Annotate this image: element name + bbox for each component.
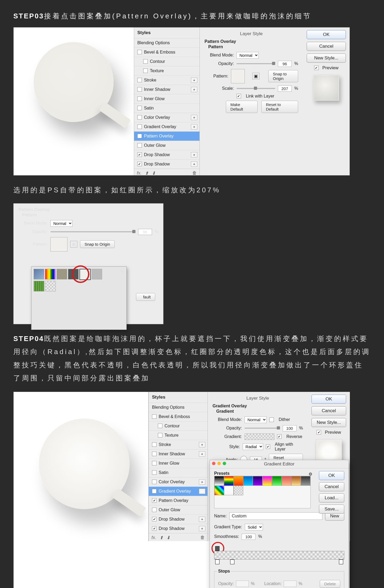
preset[interactable] [224,476,234,486]
scale-value[interactable]: 207 [278,86,292,92]
chk[interactable] [137,124,142,129]
preset[interactable] [234,486,243,495]
pattern-cell[interactable] [34,281,44,291]
preset[interactable] [243,476,253,486]
plus-icon[interactable]: + [191,124,197,129]
preview-chk[interactable] [314,66,319,70]
ds2a[interactable]: Drop Shadow+ [149,514,207,524]
down-icon[interactable]: ⬇ [152,171,155,176]
inner-shadow-row[interactable]: Inner Shadow+ [134,85,199,94]
gt-select[interactable]: Solid [245,524,263,530]
chk[interactable] [137,50,142,54]
ns2[interactable]: New Style... [311,418,346,427]
zoom-icon[interactable] [223,462,226,465]
pattern-cell[interactable] [57,269,67,279]
sat2[interactable]: Satin [149,468,207,477]
cancel-button[interactable]: Cancel [307,42,346,51]
new-style-button[interactable]: New Style... [307,54,346,63]
color-stop-left[interactable] [215,559,219,564]
str2[interactable]: Stroke+ [149,440,207,449]
pattern-cell[interactable] [91,269,102,279]
chk[interactable] [137,78,142,82]
chk[interactable] [143,59,148,64]
trash-icon2[interactable]: 🗑 [200,535,205,540]
ge-save[interactable]: Save... [319,505,344,514]
outer-glow-row[interactable]: Outer Glow [134,141,199,150]
blending-options-row[interactable]: Blending Options [134,38,199,47]
down-icon2[interactable]: ⬇ [166,535,170,541]
preset[interactable] [253,476,262,486]
color-stop-right[interactable] [339,559,343,564]
snap2[interactable]: Snap to Origin [80,240,115,248]
preset[interactable] [301,476,310,486]
partial-default-btn[interactable]: fault [136,293,155,301]
chk[interactable] [137,134,142,138]
reset-default-button[interactable]: Reset to Default [261,101,298,113]
go2[interactable]: Gradient Overlay+ [149,486,207,496]
inner-glow-row[interactable]: Inner Glow [134,94,199,103]
del1[interactable]: Delete [320,580,340,588]
color-stop-2[interactable] [230,559,234,564]
dither-chk[interactable] [269,417,274,422]
chk[interactable] [137,115,142,120]
gradient-overlay-row[interactable]: Gradient Overlay+ [134,122,199,131]
fx-icon2[interactable]: fx. [151,535,156,540]
chk[interactable] [137,152,142,157]
preset[interactable] [272,476,282,486]
gradient-bar[interactable] [214,551,344,559]
up-icon[interactable]: ⬆ [145,171,149,176]
preset-box[interactable] [214,476,311,508]
bm2-select[interactable]: Normal [50,220,73,227]
op-fld[interactable] [236,581,249,587]
name-input[interactable]: Custom [229,512,322,520]
satin-row[interactable]: Satin [134,103,199,113]
pat2-swatch[interactable] [50,237,67,252]
plus-icon[interactable]: + [191,87,197,92]
og2[interactable]: Outer Glow [149,505,207,514]
chk[interactable] [137,87,142,92]
ge-load[interactable]: Load... [319,493,344,502]
plus-icon[interactable]: + [191,161,197,167]
sm-val[interactable]: 100 [242,534,255,540]
ok2[interactable]: OK [311,395,346,404]
blendmode-select[interactable]: Normal [237,52,259,59]
drop-shadow-row2[interactable]: Drop Shadow+ [134,159,199,169]
new-pattern-icon[interactable]: ▣ [252,73,259,79]
opacity-value[interactable]: 96 [278,61,292,67]
stroke-row[interactable]: Stroke+ [134,75,199,85]
chk[interactable] [137,106,142,110]
fx-icon[interactable]: fx. [137,171,142,176]
scale-slider[interactable] [237,88,275,89]
ge-ok[interactable]: OK [319,471,344,480]
ge-cancel[interactable]: Cancel [319,482,344,491]
color-overlay-row[interactable]: Color Overlay+ [134,113,199,122]
drop-shadow-row1[interactable]: Drop Shadow+ [134,150,199,159]
preset[interactable] [224,486,234,495]
bo2[interactable]: Blending Options [149,403,207,412]
bev2[interactable]: Bevel & Emboss [149,412,207,421]
ds2b[interactable]: Drop Shadow+ [149,524,207,533]
plus-icon[interactable]: + [191,152,197,157]
po2[interactable]: Pattern Overlay [149,496,207,505]
op2-val[interactable]: 96 [138,229,152,235]
up-icon2[interactable]: ⬆ [159,535,163,541]
new-pattern-icon2[interactable]: ▣ [70,241,77,248]
cancel2[interactable]: Cancel [311,406,346,415]
chk[interactable] [137,143,142,148]
pattern-overlay-row[interactable]: Pattern Overlay [134,131,199,141]
opacity-slider[interactable] [237,63,275,64]
align-chk[interactable] [266,444,270,449]
chk[interactable] [137,96,142,101]
chk[interactable] [137,162,142,166]
pattern-cell[interactable] [45,281,56,291]
plus-icon[interactable]: + [191,115,197,120]
go-bm-select[interactable]: Normal [245,416,267,423]
link-chk[interactable] [237,94,241,98]
gradient-swatch[interactable] [245,433,274,440]
snap-button[interactable]: Snap to Origin [268,70,298,82]
preset[interactable] [214,486,224,495]
texture-row[interactable]: Texture [134,66,199,75]
trash-icon[interactable]: 🗑 [192,171,197,176]
preset[interactable] [234,476,243,486]
minimize-icon[interactable] [217,462,221,465]
